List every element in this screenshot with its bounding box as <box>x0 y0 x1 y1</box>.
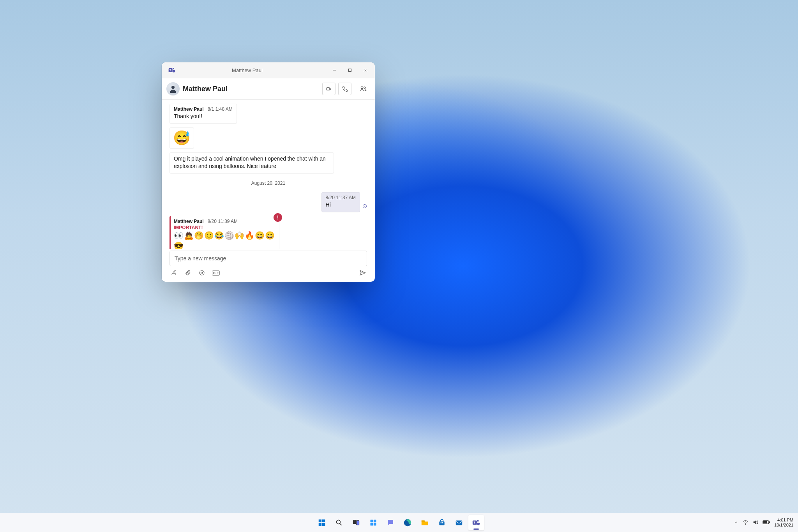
message-input[interactable]: Type a new message <box>169 251 367 266</box>
message-author: Matthew Paul <box>174 219 204 224</box>
gif-label: GIF <box>212 270 220 276</box>
important-label: IMPORTANT! <box>174 225 275 230</box>
maximize-button[interactable] <box>342 62 358 78</box>
svg-rect-25 <box>374 523 376 526</box>
svg-rect-7 <box>327 88 330 90</box>
read-receipt-icon <box>362 203 367 212</box>
svg-point-10 <box>363 204 367 208</box>
title-bar: Matthew Paul <box>162 62 375 78</box>
date-separator: August 20, 2021 <box>169 180 367 186</box>
tray-overflow-icon[interactable] <box>734 520 738 526</box>
svg-rect-22 <box>371 520 373 523</box>
message-bubble[interactable]: Omg it played a cool animation when I op… <box>169 152 334 173</box>
gif-icon[interactable]: GIF <box>212 269 219 276</box>
store-icon[interactable] <box>434 515 450 530</box>
contact-avatar[interactable] <box>166 82 180 95</box>
audio-call-button[interactable] <box>338 83 351 95</box>
svg-rect-29 <box>441 522 442 523</box>
close-button[interactable] <box>358 62 373 78</box>
message-body: Thank you!! <box>174 113 233 120</box>
svg-rect-32 <box>473 521 477 525</box>
message-body: 👀🙇🤭🙂😂🏐🙌🔥😄😄😎 <box>174 230 275 249</box>
message-bubble[interactable]: 8/20 11:37 AM Hi <box>321 192 360 212</box>
message-time: 8/1 1:48 AM <box>208 106 233 112</box>
svg-point-34 <box>745 524 745 524</box>
svg-line-19 <box>340 523 342 525</box>
svg-rect-3 <box>349 69 351 72</box>
svg-point-6 <box>171 86 175 89</box>
message-incoming-urgent: ! Matthew Paul 8/20 11:39 AM IMPORTANT! … <box>169 216 367 249</box>
svg-point-33 <box>477 520 478 521</box>
battery-icon[interactable] <box>763 520 770 526</box>
window-controls <box>327 62 373 78</box>
svg-rect-17 <box>322 523 325 526</box>
emoji-message-bubble[interactable]: 😅 <box>169 127 194 148</box>
svg-rect-28 <box>439 521 444 525</box>
teams-chat-window: Matthew Paul Matthew Paul Matthew Paul <box>162 62 375 282</box>
message-author: Matthew Paul <box>174 106 204 112</box>
message-time: 8/20 11:39 AM <box>208 219 238 224</box>
taskbar-clock[interactable]: 4:01 PM 10/1/2021 <box>774 518 793 528</box>
svg-rect-14 <box>319 520 321 522</box>
search-icon[interactable] <box>331 515 347 530</box>
file-explorer-icon[interactable] <box>417 515 433 530</box>
svg-rect-0 <box>169 68 173 72</box>
attachment-icon[interactable] <box>184 269 191 276</box>
minimize-button[interactable] <box>327 62 342 78</box>
contact-name: Matthew Paul <box>183 85 319 93</box>
date-separator-label: August 20, 2021 <box>251 180 285 186</box>
svg-rect-30 <box>442 522 443 523</box>
system-tray: 4:01 PM 10/1/2021 <box>734 513 793 532</box>
emoji-icon: 😅 <box>173 131 191 145</box>
message-body: Hi <box>326 201 356 209</box>
taskbar-center <box>314 515 484 530</box>
message-incoming: Matthew Paul 8/1 1:48 AM Thank you!! <box>169 104 367 124</box>
add-people-button[interactable] <box>357 83 369 95</box>
svg-rect-24 <box>371 523 373 526</box>
taskbar-time: 4:01 PM <box>774 518 793 523</box>
video-call-button[interactable] <box>322 83 335 95</box>
svg-rect-21 <box>357 520 359 525</box>
compose-area: Type a new message GIF <box>162 249 375 282</box>
svg-point-12 <box>201 272 201 272</box>
chat-header: Matthew Paul <box>162 78 375 100</box>
svg-rect-31 <box>456 521 463 525</box>
widgets-icon[interactable] <box>365 515 381 530</box>
teams-taskbar-icon[interactable] <box>468 515 484 530</box>
svg-point-1 <box>173 68 174 69</box>
message-body: Omg it played a cool animation when I op… <box>174 155 330 170</box>
urgent-message-bubble[interactable]: ! Matthew Paul 8/20 11:39 AM IMPORTANT! … <box>169 216 279 249</box>
svg-rect-16 <box>319 523 321 526</box>
wifi-icon[interactable] <box>742 519 749 527</box>
format-icon[interactable] <box>170 269 177 276</box>
urgent-badge-icon: ! <box>274 213 282 222</box>
svg-rect-37 <box>764 521 767 523</box>
task-view-icon[interactable] <box>348 515 364 530</box>
svg-rect-20 <box>353 520 356 523</box>
volume-icon[interactable] <box>752 519 759 527</box>
message-outgoing: 8/20 11:37 AM Hi <box>169 192 367 212</box>
message-bubble[interactable]: Matthew Paul 8/1 1:48 AM Thank you!! <box>169 104 237 124</box>
emoji-picker-icon[interactable] <box>198 269 205 276</box>
svg-rect-27 <box>422 521 425 522</box>
message-time: 8/20 11:37 AM <box>326 195 356 200</box>
edge-icon[interactable] <box>400 515 415 530</box>
start-icon[interactable] <box>314 515 330 530</box>
svg-point-11 <box>200 270 204 275</box>
mail-icon[interactable] <box>451 515 467 530</box>
svg-rect-36 <box>769 521 770 523</box>
svg-point-18 <box>336 520 340 524</box>
send-icon[interactable] <box>359 269 366 276</box>
taskbar: 4:01 PM 10/1/2021 <box>0 513 798 532</box>
compose-toolbar: GIF <box>169 266 367 276</box>
svg-rect-15 <box>322 520 325 522</box>
window-title: Matthew Paul <box>176 67 327 73</box>
message-incoming: 😅 <box>169 127 367 148</box>
message-incoming: Omg it played a cool animation when I op… <box>169 152 367 173</box>
svg-point-13 <box>202 272 203 272</box>
svg-point-9 <box>364 87 365 88</box>
message-list: Matthew Paul 8/1 1:48 AM Thank you!! 😅 O… <box>162 100 375 249</box>
chat-icon[interactable] <box>383 515 398 530</box>
svg-rect-23 <box>374 520 376 523</box>
teams-app-icon <box>168 66 176 74</box>
